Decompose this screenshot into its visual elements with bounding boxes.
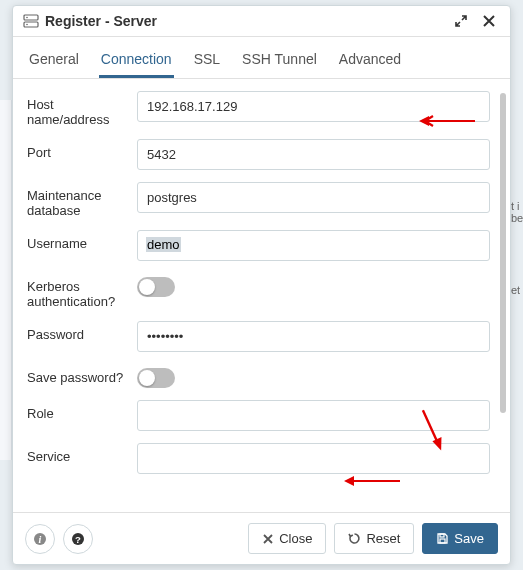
help-button[interactable]: ? — [63, 524, 93, 554]
close-button[interactable]: Close — [248, 523, 326, 554]
dialog-footer: i ? Close Reset Save — [13, 512, 510, 564]
maintenance-db-label: Maintenance database — [27, 182, 127, 218]
register-server-dialog: Register - Server General Connection SSL… — [12, 5, 511, 565]
info-button[interactable]: i — [25, 524, 55, 554]
server-icon — [23, 14, 39, 28]
reset-icon — [348, 532, 361, 545]
password-input[interactable] — [137, 321, 490, 352]
service-label: Service — [27, 443, 127, 464]
annotation-arrow-icon — [342, 473, 402, 489]
role-input[interactable] — [137, 400, 490, 431]
close-label: Close — [279, 531, 312, 546]
tab-ssl[interactable]: SSL — [192, 45, 222, 78]
host-label: Host name/address — [27, 91, 127, 127]
svg-rect-9 — [440, 539, 445, 543]
role-label: Role — [27, 400, 127, 421]
save-label: Save — [454, 531, 484, 546]
dialog-title: Register - Server — [45, 13, 157, 29]
tab-advanced[interactable]: Advanced — [337, 45, 403, 78]
expand-icon[interactable] — [450, 12, 472, 30]
reset-label: Reset — [366, 531, 400, 546]
port-input[interactable] — [137, 139, 490, 170]
save-icon — [436, 532, 449, 545]
scrollbar[interactable] — [500, 93, 506, 413]
tab-ssh-tunnel[interactable]: SSH Tunnel — [240, 45, 319, 78]
kerberos-label: Kerberos authentication? — [27, 273, 127, 309]
username-label: Username — [27, 230, 127, 251]
reset-button[interactable]: Reset — [334, 523, 414, 554]
kerberos-toggle[interactable] — [137, 277, 175, 297]
svg-rect-8 — [440, 534, 444, 537]
form-area: Host name/address Port Maintenance datab… — [13, 79, 510, 512]
svg-rect-1 — [24, 22, 38, 27]
svg-point-3 — [26, 24, 28, 26]
svg-rect-0 — [24, 15, 38, 20]
tab-bar: General Connection SSL SSH Tunnel Advanc… — [13, 37, 510, 79]
save-password-toggle[interactable] — [137, 368, 175, 388]
save-password-label: Save password? — [27, 364, 127, 385]
host-input[interactable] — [137, 91, 490, 122]
username-input[interactable] — [137, 230, 490, 261]
svg-text:?: ? — [75, 533, 81, 544]
svg-point-2 — [26, 17, 28, 19]
x-icon — [262, 533, 274, 545]
password-label: Password — [27, 321, 127, 342]
close-icon[interactable] — [478, 12, 500, 30]
tab-connection[interactable]: Connection — [99, 45, 174, 78]
dialog-titlebar: Register - Server — [13, 6, 510, 37]
maintenance-db-input[interactable] — [137, 182, 490, 213]
save-button[interactable]: Save — [422, 523, 498, 554]
svg-text:i: i — [39, 534, 42, 545]
service-input[interactable] — [137, 443, 490, 474]
port-label: Port — [27, 139, 127, 160]
tab-general[interactable]: General — [27, 45, 81, 78]
